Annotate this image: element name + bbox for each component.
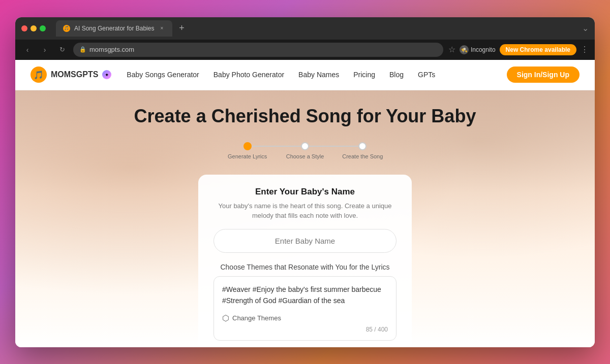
form-subtitle: Your baby's name is the heart of this so… [214,201,396,221]
ssl-lock-icon: 🔒 [79,46,86,53]
page-content: 🎵 MOMSGPTS ✦ Baby Songs Generator Baby P… [15,60,595,347]
change-themes-label: Change Themes [232,314,281,322]
browser-menu-dots: ⌄ [582,23,589,33]
url-bar[interactable]: 🔒 momsgpts.com [73,43,443,57]
browser-options-icon[interactable]: ⋮ [581,45,589,54]
logo-text: MOMSGPTS [51,70,98,79]
address-actions: ☆ 🕵 Incognito New Chrome available ⋮ [448,44,589,55]
sign-in-button[interactable]: Sign In/Sign Up [507,67,580,83]
char-count: 85 / 400 [222,326,388,333]
new-tab-button[interactable]: + [174,21,189,36]
themes-label: Choose Themes that Resonate with You for… [220,263,389,271]
incognito-badge: 🕵 Incognito [460,45,496,54]
nav-baby-songs[interactable]: Baby Songs Generator [127,71,199,79]
incognito-icon: 🕵 [460,45,469,54]
nav-baby-names[interactable]: Baby Names [298,71,339,79]
back-button[interactable]: ‹ [21,44,34,56]
change-themes-button[interactable]: ⬡ Change Themes [222,313,281,323]
nav-baby-photo[interactable]: Baby Photo Generator [214,71,284,79]
form-title: Enter Your Baby's Name [255,187,355,197]
nav-links: Baby Songs Generator Baby Photo Generato… [127,71,506,79]
incognito-label: Incognito [471,46,496,53]
nav-blog[interactable]: Blog [389,71,404,79]
bookmark-star-icon[interactable]: ☆ [448,45,455,54]
themes-box: #Weaver #Enjoy the baby's first summer b… [214,276,396,341]
new-chrome-button[interactable]: New Chrome available [500,44,576,55]
step-generate-lyrics: Generate Lyrics [219,142,276,159]
hero-title: Create a Cherished Song for Your Baby [134,106,476,127]
step-1-label: Generate Lyrics [228,153,267,159]
site-nav: 🎵 MOMSGPTS ✦ Baby Songs Generator Baby P… [15,60,595,90]
logo-icon: 🎵 [30,67,47,83]
tab-title: AI Song Generator for Babies [74,25,154,32]
step-choose-style: Choose a Style [276,142,333,159]
logo-sparkle-icon: ✦ [102,70,111,79]
minimize-window-button[interactable] [30,25,37,31]
step-create-song: Create the Song [334,142,391,159]
forward-button[interactable]: › [39,44,51,56]
browser-window: 🎵 AI Song Generator for Babies × + ⌄ ‹ ›… [15,17,595,347]
hero-content: Create a Cherished Song for Your Baby Ge… [15,90,595,347]
close-window-button[interactable] [21,25,27,31]
maximize-window-button[interactable] [40,25,46,31]
url-text: momsgpts.com [89,46,134,53]
nav-pricing[interactable]: Pricing [353,71,375,79]
step-3-circle [358,142,367,150]
step-1-circle [243,142,252,150]
nav-gpts[interactable]: GPTs [418,71,435,79]
hero-section: Create a Cherished Song for Your Baby Ge… [15,90,595,347]
logo: 🎵 MOMSGPTS ✦ [30,67,111,83]
traffic-lights [21,25,46,31]
themes-text: #Weaver #Enjoy the baby's first summer b… [222,284,388,307]
tab-bar: 🎵 AI Song Generator for Babies × + [56,20,578,37]
address-bar: ‹ › ↻ 🔒 momsgpts.com ☆ 🕵 Incognito New C… [15,40,595,60]
step-2-label: Choose a Style [286,153,324,159]
title-bar: 🎵 AI Song Generator for Babies × + ⌄ [15,17,595,40]
refresh-button[interactable]: ↻ [56,44,68,56]
tab-close-button[interactable]: × [158,25,165,32]
form-area: Enter Your Baby's Name Your baby's name … [198,175,412,347]
tab-favicon: 🎵 [63,25,70,32]
baby-name-input[interactable] [214,229,396,253]
stepper: Generate Lyrics Choose a Style Create th… [219,142,391,159]
step-3-label: Create the Song [342,153,383,159]
change-themes-icon: ⬡ [222,313,229,323]
step-2-circle [301,142,309,150]
active-tab[interactable]: 🎵 AI Song Generator for Babies × [56,20,172,37]
